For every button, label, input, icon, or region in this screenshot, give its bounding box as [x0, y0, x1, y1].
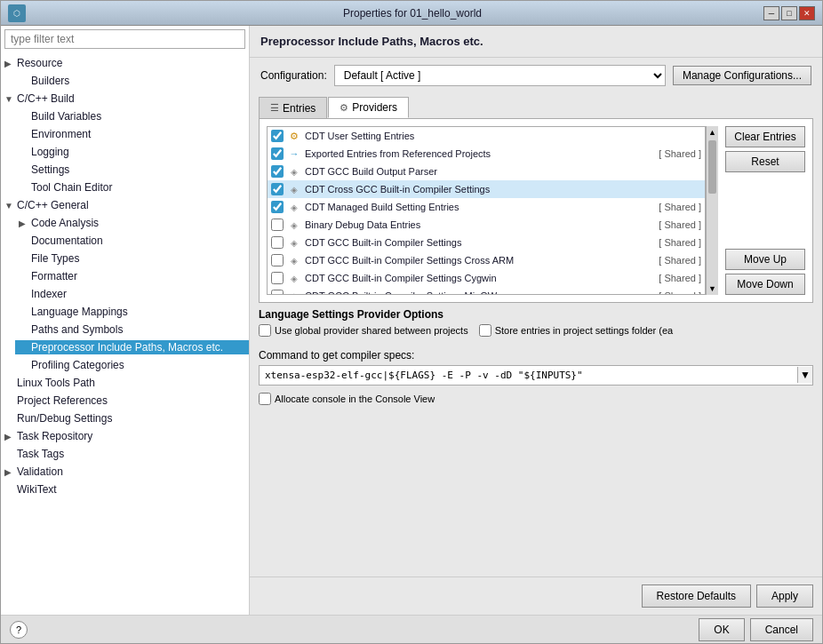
entries-list: ⚙ CDT User Setting Entries → Exported En… [267, 126, 706, 295]
tree-item-run-debug[interactable]: Run/Debug Settings [1, 409, 249, 427]
action-buttons: Clear Entries Reset Move Up Move Down [725, 126, 805, 295]
entry-checkbox-8[interactable] [271, 254, 284, 266]
console-label: Allocate console in the Console View [275, 394, 435, 404]
app-icon: ⬡ [8, 4, 26, 22]
entry-row: → Exported Entries from Referenced Proje… [268, 145, 705, 163]
config-label: Configuration: [260, 69, 327, 82]
tab-entries-label: Entries [283, 102, 316, 115]
entry-icon-cog-7: ◈ [287, 235, 301, 250]
footer-bar: ? OK Cancel [1, 615, 822, 643]
shared-badge-9: [ Shared ] [659, 273, 701, 283]
tree-item-cpp-general[interactable]: ▼ C/C++ General [1, 196, 249, 214]
entry-checkbox-4[interactable] [271, 183, 284, 195]
tree-item-environment[interactable]: Environment [15, 125, 249, 143]
tree-item-documentation[interactable]: Documentation [15, 232, 249, 250]
entry-icon-cog-5: ◈ [287, 200, 301, 214]
cancel-button[interactable]: Cancel [750, 618, 813, 641]
tree-item-formatter[interactable]: Formatter [15, 267, 249, 285]
entry-checkbox-1[interactable] [271, 130, 284, 142]
filter-input[interactable] [4, 29, 245, 49]
tree-item-resource[interactable]: ▶ Resource [1, 54, 249, 72]
close-button[interactable]: ✕ [799, 6, 815, 20]
scroll-up[interactable]: ▲ [707, 126, 718, 139]
restore-defaults-button[interactable]: Restore Defaults [642, 584, 751, 608]
tree-item-task-repository[interactable]: ▶ Task Repository [1, 427, 249, 445]
tree-item-profiling-categories[interactable]: Profiling Categories [15, 356, 249, 374]
tree-item-tool-chain-editor[interactable]: Tool Chain Editor [15, 179, 249, 196]
right-header: Preprocessor Include Paths, Macros etc. [250, 26, 822, 58]
entry-icon-gear-1: ⚙ [287, 129, 301, 143]
manage-configurations-button[interactable]: Manage Configurations... [673, 66, 811, 85]
tree-item-cpp-build[interactable]: ▼ C/C++ Build [1, 90, 249, 107]
entry-checkbox-5[interactable] [271, 201, 284, 213]
entry-icon-cog-3: ◈ [287, 164, 301, 179]
entry-checkbox-10[interactable] [271, 290, 284, 295]
entry-row: ◈ Binary Debug Data Entries [ Shared ] [268, 216, 705, 234]
entries-scrollbar[interactable]: ▲ ▼ [706, 126, 718, 295]
console-checkbox[interactable] [259, 393, 271, 405]
tabs-row: ☰ Entries ⚙ Providers [250, 93, 822, 118]
tree-item-language-mappings[interactable]: Language Mappings [15, 303, 249, 321]
tree-item-linux-tools-path[interactable]: Linux Tools Path [1, 374, 249, 392]
entry-icon-cog-9: ◈ [287, 271, 301, 285]
tree-item-logging[interactable]: Logging [15, 143, 249, 161]
ok-button[interactable]: OK [699, 618, 744, 641]
options-section: Language Settings Provider Options Use g… [259, 308, 813, 340]
clear-entries-button[interactable]: Clear Entries [725, 126, 805, 147]
tab-entries[interactable]: ☰ Entries [259, 97, 327, 118]
window-title: Properties for 01_hello_world [61, 7, 763, 20]
tree-area: ▶ Resource Builders ▼ C/C++ Build [1, 52, 249, 615]
entry-icon-arrow-2: → [287, 147, 301, 161]
entry-checkbox-2[interactable] [271, 147, 284, 160]
entry-text-2: Exported Entries from Referenced Project… [305, 148, 655, 159]
tree-item-paths-and-symbols[interactable]: Paths and Symbols [15, 321, 249, 338]
move-up-button[interactable]: Move Up [725, 249, 805, 270]
cpp-build-children: Build Variables Environment Logging [1, 107, 249, 196]
entry-row: ◈ CDT GCC Built-in Compiler Settings Min… [268, 287, 705, 295]
right-panel: Preprocessor Include Paths, Macros etc. … [250, 26, 822, 615]
apply-button[interactable]: Apply [756, 584, 813, 608]
tree-item-builders[interactable]: Builders [1, 72, 249, 90]
shared-badge-10: [ Shared ] [659, 290, 701, 295]
command-input[interactable] [260, 366, 797, 385]
entry-checkbox-6[interactable] [271, 219, 284, 231]
tree-item-task-tags[interactable]: Task Tags [1, 445, 249, 463]
entry-row: ◈ CDT GCC Build Output Parser [268, 163, 705, 180]
tab-providers[interactable]: ⚙ Providers [328, 97, 409, 118]
config-select[interactable]: Default [ Active ] [334, 65, 666, 86]
tree-item-project-references[interactable]: Project References [1, 392, 249, 409]
tree-item-code-analysis[interactable]: ▶ Code Analysis [15, 214, 249, 232]
tree-item-file-types[interactable]: File Types [15, 250, 249, 267]
option-checkbox-2[interactable] [479, 324, 491, 337]
command-dropdown[interactable]: ▼ [797, 367, 812, 383]
option-label-2: Store entries in project settings folder… [495, 325, 674, 336]
tree-item-indexer[interactable]: Indexer [15, 285, 249, 303]
entry-row: ◈ CDT Cross GCC Built-in Compiler Settin… [268, 180, 705, 198]
tree-item-build-variables[interactable]: Build Variables [15, 107, 249, 125]
tree-item-settings[interactable]: Settings [15, 161, 249, 179]
entry-text-1: CDT User Setting Entries [305, 131, 701, 141]
tree-item-wikitext[interactable]: WikiText [1, 481, 249, 498]
option-checkbox-1[interactable] [259, 324, 271, 337]
scroll-thumb[interactable] [708, 140, 716, 194]
scroll-down[interactable]: ▼ [707, 282, 718, 295]
shared-badge-2: [ Shared ] [659, 148, 701, 159]
entry-text-6: Binary Debug Data Entries [305, 219, 655, 230]
footer-ok-cancel: OK Cancel [699, 618, 813, 641]
tree-item-validation[interactable]: ▶ Validation [1, 463, 249, 481]
title-bar: ⬡ Properties for 01_hello_world ─ □ ✕ [1, 1, 822, 26]
tree-item-preprocessor[interactable]: Preprocessor Include Paths, Macros etc. [15, 338, 249, 356]
option-row-1: Use global provider shared between proje… [259, 324, 813, 337]
help-button[interactable]: ? [10, 621, 28, 639]
entry-text-8: CDT GCC Built-in Compiler Settings Cross… [305, 255, 655, 266]
options-title: Language Settings Provider Options [259, 308, 813, 321]
entry-checkbox-9[interactable] [271, 272, 284, 284]
entry-checkbox-7[interactable] [271, 236, 284, 249]
reset-button[interactable]: Reset [725, 151, 805, 172]
maximize-button[interactable]: □ [781, 6, 797, 20]
move-down-button[interactable]: Move Down [725, 274, 805, 295]
main-window: ⬡ Properties for 01_hello_world ─ □ ✕ ▶ … [0, 0, 823, 644]
minimize-button[interactable]: ─ [763, 6, 779, 20]
command-input-row: ▼ [259, 365, 813, 386]
entry-checkbox-3[interactable] [271, 165, 284, 178]
